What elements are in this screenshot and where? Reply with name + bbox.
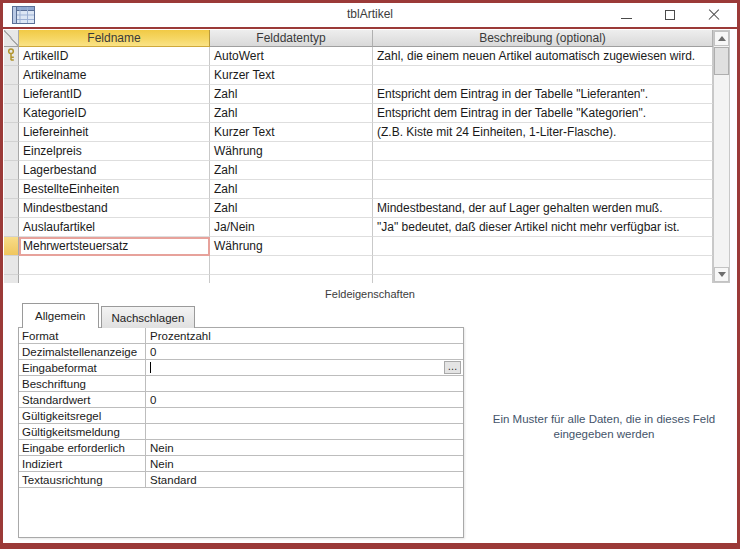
minimize-button[interactable] (604, 3, 648, 27)
property-label[interactable]: Indiziert (19, 456, 146, 472)
row-selector[interactable] (4, 180, 19, 199)
row-selector[interactable] (4, 237, 19, 256)
field-description-cell[interactable]: (Z.B. Kiste mit 24 Einheiten, 1-Liter-Fl… (373, 123, 713, 142)
field-type-cell[interactable]: Zahl (210, 161, 373, 180)
column-header-felddatentyp[interactable]: Felddatentyp (210, 30, 373, 47)
property-label[interactable]: Textausrichtung (19, 472, 146, 488)
property-label[interactable]: Gültigkeitsregel (19, 408, 146, 424)
property-value[interactable] (146, 424, 463, 440)
row-selector[interactable] (4, 66, 19, 85)
field-name-cell[interactable]: Lagerbestand (19, 161, 210, 180)
tab-allgemein[interactable]: Allgemein (22, 303, 99, 328)
row-selector[interactable] (4, 123, 19, 142)
property-row: FormatProzentzahl (19, 328, 463, 344)
tab-nachschlagen[interactable]: Nachschlagen (101, 306, 196, 328)
builder-button[interactable]: … (444, 361, 461, 374)
property-value[interactable]: … (146, 360, 463, 376)
field-type-cell[interactable]: Währung (210, 142, 373, 161)
field-type-cell[interactable]: Zahl (210, 104, 373, 123)
row-selector[interactable] (4, 199, 19, 218)
field-description-cell[interactable]: Mindestbestand, der auf Lager gehalten w… (373, 199, 713, 218)
property-label[interactable]: Dezimalstellenanzeige (19, 344, 146, 360)
row-selector[interactable] (4, 218, 19, 237)
property-label[interactable]: Eingabeformat (19, 360, 146, 376)
field-row: LiefereinheitKurzer Text(Z.B. Kiste mit … (4, 123, 713, 142)
field-name-cell[interactable]: Mindestbestand (19, 199, 210, 218)
field-name-cell[interactable] (19, 275, 210, 283)
maximize-button[interactable] (648, 3, 692, 27)
field-name-cell[interactable]: ArtikelID (19, 47, 210, 66)
field-description-cell[interactable]: "Ja" bedeutet, daß dieser Artikel nicht … (373, 218, 713, 237)
property-label[interactable]: Standardwert (19, 392, 146, 408)
property-help-text: Ein Muster für alle Daten, die in dieses… (471, 412, 737, 442)
titlebar[interactable]: tblArtikel (3, 3, 737, 27)
field-name-cell[interactable]: Artikelname (19, 66, 210, 85)
field-type-cell[interactable]: Ja/Nein (210, 218, 373, 237)
field-row: ArtikelIDAutoWertZahl, die einem neuen A… (4, 47, 713, 66)
field-type-cell[interactable]: Zahl (210, 85, 373, 104)
vertical-scrollbar[interactable] (713, 30, 730, 283)
property-label[interactable]: Beschriftung (19, 376, 146, 392)
select-all-corner[interactable] (4, 30, 19, 47)
field-name-cell[interactable]: Liefereinheit (19, 123, 210, 142)
property-row: IndiziertNein (19, 456, 463, 472)
field-type-cell[interactable] (210, 256, 373, 275)
property-label[interactable]: Format (19, 328, 146, 344)
row-selector[interactable] (4, 256, 19, 275)
field-description-cell[interactable]: Zahl, die einem neuen Artikel automatisc… (373, 47, 713, 66)
property-value-text: 0 (150, 394, 156, 406)
field-name-cell[interactable]: Auslaufartikel (19, 218, 210, 237)
property-label[interactable]: Eingabe erforderlich (19, 440, 146, 456)
property-value[interactable] (146, 376, 463, 392)
primary-key-icon (6, 48, 16, 64)
row-selector[interactable] (4, 85, 19, 104)
row-selector[interactable] (4, 161, 19, 180)
property-value[interactable]: Nein (146, 456, 463, 472)
field-row: ArtikelnameKurzer Text (4, 66, 713, 85)
scrollbar-thumb[interactable] (714, 47, 729, 75)
row-selector[interactable] (4, 142, 19, 161)
column-header-beschreibung[interactable]: Beschreibung (optional) (373, 30, 713, 47)
field-description-cell[interactable]: Entspricht dem Eintrag in der Tabelle "L… (373, 85, 713, 104)
field-description-cell[interactable] (373, 237, 713, 256)
field-type-cell[interactable]: Kurzer Text (210, 123, 373, 142)
field-type-cell[interactable]: Zahl (210, 199, 373, 218)
field-name-cell[interactable]: Mehrwertsteuersatz (19, 237, 210, 256)
close-button[interactable] (692, 3, 736, 27)
field-name-cell[interactable]: BestellteEinheiten (19, 180, 210, 199)
field-name-cell[interactable]: LieferantID (19, 85, 210, 104)
property-value-text: Nein (150, 442, 174, 454)
field-description-cell[interactable] (373, 161, 713, 180)
property-tabs: AllgemeinNachschlagen (22, 303, 195, 328)
field-name-cell[interactable]: Einzelpreis (19, 142, 210, 161)
field-description-cell[interactable] (373, 275, 713, 283)
field-type-cell[interactable]: Kurzer Text (210, 66, 373, 85)
field-description-cell[interactable]: Entspricht dem Eintrag in der Tabelle "K… (373, 104, 713, 123)
property-row: Beschriftung (19, 376, 463, 392)
field-type-cell[interactable] (210, 275, 373, 283)
feldeigenschaften-label: Feldeigenschaften (3, 288, 737, 300)
property-value[interactable]: Standard (146, 472, 463, 488)
field-name-cell[interactable] (19, 256, 210, 275)
row-selector[interactable] (4, 104, 19, 123)
field-description-cell[interactable] (373, 66, 713, 85)
column-header-feldname[interactable]: Feldname (19, 30, 210, 47)
field-type-cell[interactable]: Währung (210, 237, 373, 256)
field-description-cell[interactable] (373, 142, 713, 161)
property-value[interactable]: Prozentzahl (146, 328, 463, 344)
field-name-cell[interactable]: KategorieID (19, 104, 210, 123)
property-value[interactable] (146, 408, 463, 424)
field-type-cell[interactable]: AutoWert (210, 47, 373, 66)
field-row: KategorieIDZahlEntspricht dem Eintrag in… (4, 104, 713, 123)
property-value[interactable]: 0 (146, 344, 463, 360)
row-selector[interactable] (4, 47, 19, 66)
field-type-cell[interactable]: Zahl (210, 180, 373, 199)
field-description-cell[interactable] (373, 256, 713, 275)
property-value[interactable]: Nein (146, 440, 463, 456)
field-description-cell[interactable] (373, 180, 713, 199)
property-label[interactable]: Gültigkeitsmeldung (19, 424, 146, 440)
row-selector[interactable] (4, 275, 19, 283)
scroll-down-button[interactable] (714, 267, 729, 282)
property-value[interactable]: 0 (146, 392, 463, 408)
scroll-up-button[interactable] (714, 31, 729, 46)
